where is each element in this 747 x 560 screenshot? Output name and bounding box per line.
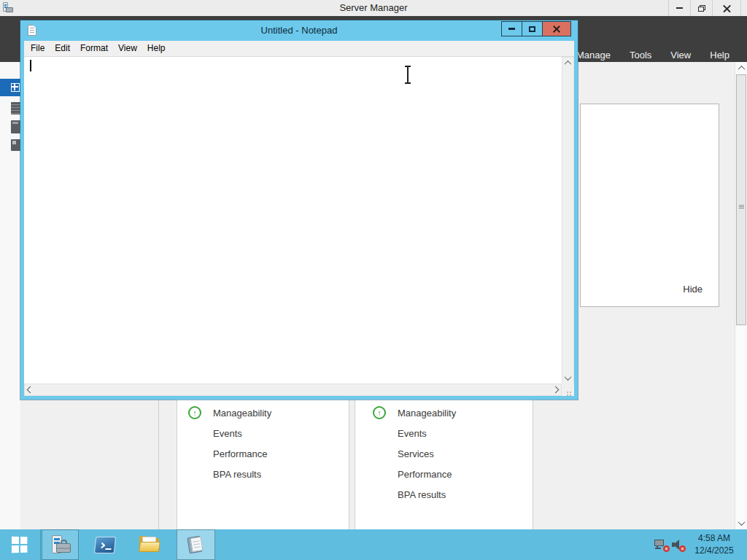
file-explorer-icon <box>139 536 160 553</box>
green-up-arrow-icon: ↑ <box>373 406 386 419</box>
tile-divider <box>158 400 159 529</box>
error-badge-icon: × <box>679 545 686 552</box>
menu-help[interactable]: Help <box>710 50 729 61</box>
chevron-down-icon <box>738 518 746 526</box>
tile-link-bpa-results[interactable]: BPA results <box>398 489 446 500</box>
windows-logo-icon <box>12 536 28 553</box>
menu-file[interactable]: File <box>26 41 50 56</box>
tile-link-bpa-results[interactable]: BPA results <box>213 469 261 480</box>
notepad-window-controls <box>501 21 571 36</box>
dashboard-tile-1: ↑ Manageability Events Performance BPA r… <box>177 400 349 529</box>
desktop: Server Manager Manage Tools View Help Hi… <box>0 0 747 560</box>
tile-link-events[interactable]: Events <box>213 428 242 439</box>
notepad-titlebar[interactable]: Untitled - Notepad <box>20 20 578 41</box>
chevron-up-icon <box>565 61 572 68</box>
menu-view[interactable]: View <box>113 41 142 56</box>
sidebar-item-icon[interactable] <box>11 139 20 151</box>
server-manager-menu: Manage Tools View Help <box>576 50 729 61</box>
network-disconnected-icon[interactable]: × <box>654 540 667 550</box>
text-caret <box>30 60 31 71</box>
menu-edit[interactable]: Edit <box>50 41 75 56</box>
minimize-icon <box>508 28 515 30</box>
scroll-up-button[interactable] <box>735 62 747 74</box>
welcome-tile-panel: Hide <box>580 104 719 307</box>
tile-link-services[interactable]: Services <box>398 448 434 459</box>
scrollbar-thumb[interactable] <box>736 74 746 325</box>
server-manager-title: Server Manager <box>0 0 747 16</box>
tile-title[interactable]: Manageability <box>398 408 456 419</box>
clock-time: 4:58 AM <box>689 532 740 545</box>
powershell-icon <box>93 537 115 553</box>
sidebar-item-dashboard[interactable] <box>0 79 20 96</box>
minimize-button[interactable] <box>668 0 690 16</box>
chevron-left-icon <box>27 386 34 394</box>
taskbar-powershell-button[interactable] <box>86 529 123 560</box>
tile-link-events[interactable]: Events <box>398 428 427 439</box>
notepad-text-area[interactable] <box>24 57 562 384</box>
notepad-window: Untitled - Notepad File Edit Format View… <box>20 20 578 400</box>
green-up-arrow-icon: ↑ <box>188 406 201 419</box>
menu-view[interactable]: View <box>670 50 691 61</box>
chevron-up-icon <box>738 66 746 73</box>
server-manager-sidebar <box>0 62 20 529</box>
minimize-icon <box>676 7 683 9</box>
taskbar-notepad-button[interactable] <box>177 529 215 560</box>
dashboard-grid-icon <box>11 83 20 92</box>
start-button[interactable] <box>0 529 41 560</box>
notepad-vertical-scrollbar[interactable] <box>562 57 574 384</box>
tile-title[interactable]: Manageability <box>213 408 271 419</box>
menu-manage[interactable]: Manage <box>576 50 611 61</box>
maximize-icon <box>529 26 535 32</box>
volume-muted-icon[interactable]: × <box>672 540 683 550</box>
notepad-menubar: File Edit Format View Help <box>24 41 574 56</box>
scroll-right-button[interactable] <box>550 384 561 395</box>
hide-link[interactable]: Hide <box>683 284 703 295</box>
server-manager-scrollbar[interactable] <box>735 62 747 529</box>
scroll-down-button[interactable] <box>562 373 573 384</box>
maximize-button[interactable] <box>522 22 543 36</box>
dashboard-tile-2: ↑ Manageability Events Services Performa… <box>355 400 533 529</box>
ibeam-cursor-icon <box>403 66 412 84</box>
restore-icon <box>698 5 705 12</box>
notepad-client-area <box>24 56 574 396</box>
scrollbar-grip-icon <box>739 205 744 206</box>
sidebar-item-icon[interactable] <box>11 120 20 133</box>
close-icon <box>553 26 560 33</box>
notepad-title: Untitled - Notepad <box>20 20 578 41</box>
tile-link-performance[interactable]: Performance <box>398 469 452 480</box>
server-manager-icon <box>50 535 71 555</box>
minimize-button[interactable] <box>502 22 522 36</box>
clock-date: 12/4/2025 <box>689 545 740 557</box>
close-button[interactable] <box>712 0 741 16</box>
taskbar-clock[interactable]: 4:58 AM 12/4/2025 <box>689 532 740 557</box>
resize-grip[interactable] <box>562 384 574 396</box>
menu-tools[interactable]: Tools <box>630 50 651 61</box>
restore-button[interactable] <box>690 0 712 16</box>
notepad-icon <box>186 535 206 554</box>
error-badge-icon: × <box>663 545 670 552</box>
taskbar-server-manager-button[interactable] <box>42 529 79 560</box>
close-icon <box>723 4 731 12</box>
taskbar-file-explorer-button[interactable] <box>131 529 169 560</box>
tile-link-performance[interactable]: Performance <box>213 448 267 459</box>
taskbar: × × 4:58 AM 12/4/2025 <box>0 529 747 560</box>
scroll-left-button[interactable] <box>25 384 36 395</box>
chevron-down-icon <box>565 373 572 381</box>
scroll-down-button[interactable] <box>735 517 747 529</box>
scroll-up-button[interactable] <box>562 58 573 69</box>
notepad-horizontal-scrollbar[interactable] <box>24 384 562 396</box>
sidebar-item-icon[interactable] <box>11 102 20 114</box>
chevron-right-icon <box>552 386 560 394</box>
close-button[interactable] <box>543 22 570 36</box>
menu-help[interactable]: Help <box>142 41 171 56</box>
menu-format[interactable]: Format <box>75 41 113 56</box>
server-manager-window-controls <box>668 0 741 16</box>
server-manager-titlebar: Server Manager <box>0 0 747 16</box>
